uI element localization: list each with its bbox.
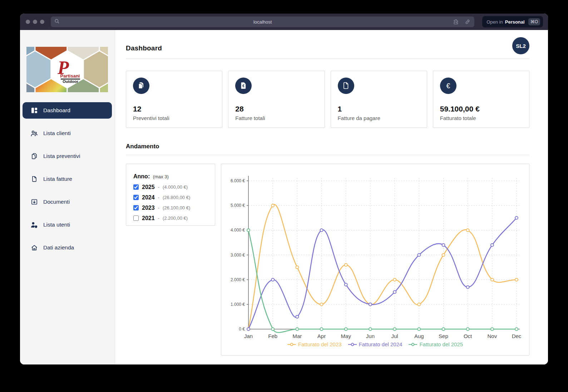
close-window-button[interactable] bbox=[26, 20, 30, 24]
sidebar-nav: Dashboard Lista clienti Lista preventivi bbox=[23, 102, 112, 262]
svg-text:Nov: Nov bbox=[487, 333, 497, 339]
logo-sub-text: Outdoor bbox=[63, 79, 78, 84]
chart-plot-area: 0 €1.000 €2.000 €3.000 €4.000 €5.000 €6.… bbox=[221, 165, 529, 341]
stat-label: Fatture da pagare bbox=[338, 115, 420, 121]
legend-item[interactable]: Fatturato del 2025 bbox=[409, 341, 463, 347]
sidebar-item-label: Lista preventivi bbox=[43, 153, 80, 159]
quotes-icon bbox=[133, 78, 149, 94]
svg-text:Jan: Jan bbox=[244, 333, 253, 339]
year-amount: (26.800,00 €) bbox=[163, 195, 190, 200]
year-option-2025: 2025 - (4.000,00 €) bbox=[133, 183, 208, 191]
year-separator: - bbox=[158, 195, 159, 200]
sidebar-item-lista-clienti[interactable]: Lista clienti bbox=[23, 125, 112, 142]
legend-label: Fatturato del 2025 bbox=[419, 341, 463, 347]
legend-marker-icon bbox=[287, 342, 296, 347]
legend-label: Fatturato del 2024 bbox=[359, 341, 402, 347]
filter-label: Anno: bbox=[133, 173, 150, 179]
user-shield-icon bbox=[30, 221, 38, 229]
header-divider bbox=[126, 59, 529, 59]
logo-brand-text: Partisani bbox=[60, 73, 80, 79]
stat-card-preventivi: 12 Preventivi totali bbox=[126, 71, 222, 128]
stat-label: Fatture totali bbox=[235, 115, 317, 121]
svg-text:€: € bbox=[242, 84, 245, 88]
stat-value: 28 bbox=[235, 105, 317, 113]
sidebar-item-dashboard[interactable]: Dashboard bbox=[23, 102, 112, 119]
link-icon[interactable] bbox=[464, 19, 471, 25]
page-title: Dashboard bbox=[126, 44, 162, 52]
open-in-label: Open in bbox=[486, 19, 503, 25]
svg-text:Mar: Mar bbox=[292, 333, 302, 339]
sidebar-item-lista-fatture[interactable]: Lista fatture bbox=[23, 171, 112, 187]
svg-text:Sep: Sep bbox=[439, 333, 448, 339]
documents-box-icon bbox=[30, 198, 38, 206]
open-in-app-button[interactable]: Open in Personal ⌘O bbox=[482, 16, 543, 28]
stat-value: 1 bbox=[338, 105, 420, 113]
main-content: Dashboard SL2 12 Preventivi totali € 28 bbox=[115, 30, 548, 364]
sidebar-item-dati-azienda[interactable]: Dati azienda bbox=[23, 239, 112, 256]
extensions-puzzle-icon[interactable] bbox=[453, 19, 459, 25]
legend-item[interactable]: Fatturato del 2023 bbox=[287, 341, 342, 347]
svg-text:May: May bbox=[341, 333, 351, 339]
sidebar-item-label: Documenti bbox=[43, 199, 70, 205]
svg-text:Jul: Jul bbox=[391, 333, 398, 339]
sidebar-item-documenti[interactable]: Documenti bbox=[23, 194, 112, 210]
legend-item[interactable]: Fatturato del 2024 bbox=[348, 341, 402, 347]
invoice-icon bbox=[30, 175, 38, 183]
year-filter-panel: Anno: (max 3) 2025 - (4.000,00 €) 2024 -… bbox=[126, 164, 215, 226]
svg-text:1.000 €: 1.000 € bbox=[231, 302, 245, 307]
svg-text:Feb: Feb bbox=[268, 333, 277, 339]
euro-icon: € bbox=[440, 78, 456, 94]
browser-titlebar: localhost Open in Personal ⌘O bbox=[20, 14, 548, 30]
year-2024-checkbox[interactable] bbox=[133, 195, 139, 200]
zoom-window-button[interactable] bbox=[40, 20, 44, 24]
url-text: localhost bbox=[51, 19, 474, 25]
legend-label: Fatturato del 2023 bbox=[298, 341, 342, 347]
year-separator: - bbox=[158, 205, 159, 210]
clients-icon bbox=[30, 130, 38, 137]
year-separator: - bbox=[158, 184, 159, 190]
user-avatar[interactable]: SL2 bbox=[512, 37, 529, 54]
svg-text:6.000 €: 6.000 € bbox=[231, 178, 245, 183]
address-bar[interactable]: localhost bbox=[51, 16, 474, 27]
company-logo: P Partisani Outdoor bbox=[26, 47, 108, 92]
minimize-window-button[interactable] bbox=[33, 20, 37, 24]
chart-legend: Fatturato del 2023Fatturato del 2024Fatt… bbox=[221, 341, 529, 347]
stat-card-fatture-da-pagare: 1 Fatture da pagare bbox=[331, 71, 427, 128]
traffic-lights[interactable] bbox=[26, 20, 44, 24]
year-option-2024: 2024 - (26.800,00 €) bbox=[133, 194, 208, 201]
svg-text:2.000 €: 2.000 € bbox=[231, 277, 245, 282]
svg-text:4.000 €: 4.000 € bbox=[231, 228, 245, 233]
invoice-euro-icon: € bbox=[235, 78, 252, 94]
year-label: 2023 bbox=[142, 205, 155, 211]
svg-text:Dec: Dec bbox=[512, 333, 522, 339]
filter-hint: (max 3) bbox=[153, 174, 169, 179]
sidebar-item-label: Lista utenti bbox=[43, 222, 70, 228]
year-2025-checkbox[interactable] bbox=[133, 184, 139, 190]
stat-label: Preventivi totali bbox=[133, 115, 215, 121]
sidebar: P Partisani Outdoor Dashboard bbox=[20, 30, 115, 364]
year-amount: (4.000,00 €) bbox=[163, 184, 188, 190]
legend-marker-icon bbox=[348, 342, 357, 347]
company-home-icon bbox=[30, 244, 38, 252]
legend-marker-icon bbox=[409, 342, 417, 347]
svg-text:€: € bbox=[446, 82, 450, 90]
year-separator: - bbox=[158, 215, 159, 221]
quotes-icon bbox=[30, 153, 38, 160]
year-2023-checkbox[interactable] bbox=[133, 205, 139, 210]
keyboard-shortcut-badge: ⌘O bbox=[528, 18, 540, 25]
year-label: 2025 bbox=[142, 184, 155, 190]
stat-card-fatturato-totale: € 59.100,00 € Fatturato totale bbox=[433, 71, 529, 128]
year-amount: (26.100,00 €) bbox=[163, 205, 190, 210]
sidebar-item-label: Dashboard bbox=[43, 107, 70, 114]
svg-text:Jun: Jun bbox=[366, 333, 375, 339]
open-in-target: Personal bbox=[505, 19, 525, 25]
sidebar-item-lista-preventivi[interactable]: Lista preventivi bbox=[23, 148, 112, 164]
year-option-2021: 2021 - (2.200,00 €) bbox=[133, 214, 208, 222]
year-2021-checkbox[interactable] bbox=[133, 215, 139, 221]
sidebar-item-label: Dati azienda bbox=[43, 244, 74, 251]
stat-card-fatture-totali: € 28 Fatture totali bbox=[228, 71, 325, 128]
year-label: 2021 bbox=[142, 215, 155, 222]
stat-value: 12 bbox=[133, 105, 215, 113]
svg-text:Oct: Oct bbox=[464, 333, 472, 339]
sidebar-item-lista-utenti[interactable]: Lista utenti bbox=[23, 217, 112, 233]
